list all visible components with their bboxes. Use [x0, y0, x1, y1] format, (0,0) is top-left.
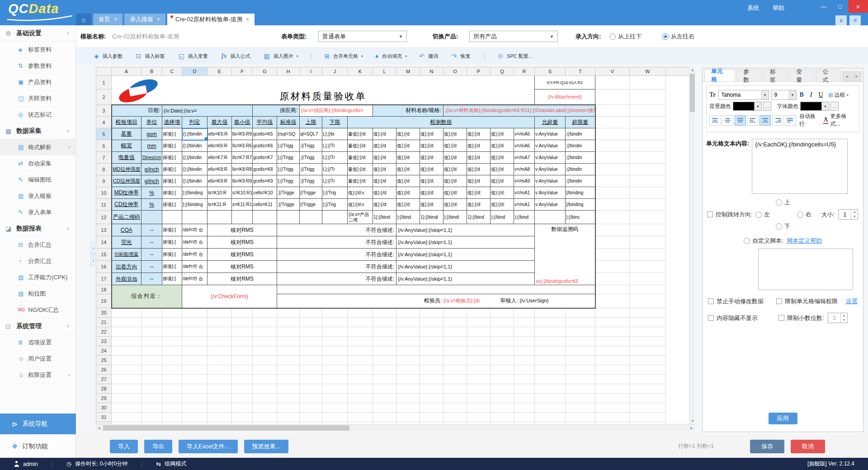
sheet-cell[interactable]: 择项};{: [162, 175, 182, 187]
sheet-cell[interactable]: 检验项目: [112, 117, 142, 128]
sheet-cell[interactable]: [666, 308, 689, 318]
sheet-cell[interactable]: [277, 403, 300, 413]
sheet-cell[interactable]: [595, 308, 630, 318]
sheet-cell[interactable]: [514, 394, 535, 403]
sheet-cell[interactable]: [373, 327, 396, 337]
insert-param-button[interactable]: ◈插入参数: [94, 52, 124, 60]
sheet-cell[interactable]: [322, 384, 348, 394]
sheet-cell[interactable]: [595, 375, 630, 384]
sheet-cell[interactable]: [595, 128, 630, 140]
sheet-cell[interactable]: [300, 346, 322, 356]
sheet-cell[interactable]: [666, 140, 689, 152]
sheet-cell[interactable]: 值};{/d: [443, 140, 467, 152]
sheet-cell[interactable]: [162, 211, 182, 224]
signature-cell[interactable]: 检验员: {/a:v=检验员};{/b 审核人: {/v:UserSign}: [277, 294, 595, 308]
sheet-cell[interactable]: [630, 273, 666, 285]
sidebar-item-edit-drawing[interactable]: ✎编辑图纸: [0, 172, 75, 188]
sheet-cell[interactable]: [373, 394, 396, 403]
sheet-cell[interactable]: };{/Trigg: [277, 152, 300, 164]
sheet-cell[interactable]: 不符合描述:: [277, 273, 396, 285]
sheet-cell[interactable]: [443, 375, 467, 384]
sheet-cell[interactable]: {/sql=SQ: [277, 128, 300, 140]
auto-fill-button[interactable]: ♦自动填充▾: [375, 52, 407, 60]
sheet-cell[interactable]: lls=K6:R6: [232, 140, 253, 152]
sheet-cell[interactable]: [630, 211, 666, 224]
align-center-button[interactable]: [760, 115, 771, 126]
sheet-cell[interactable]: 允超量: [535, 117, 566, 128]
sheet-cell[interactable]: [112, 327, 142, 337]
sheet-cell[interactable]: [566, 365, 595, 375]
sheet-cell[interactable]: [666, 236, 689, 249]
collapse-icon[interactable]: ∧: [66, 30, 70, 36]
sheet-cell[interactable]: 不符合描述:: [277, 261, 396, 273]
sheet-cell[interactable]: [514, 365, 535, 375]
sheet-cell[interactable]: 值};{/d:: [467, 199, 491, 211]
verdict-value-cell[interactable]: {/v:CheckForm}: [182, 285, 277, 308]
insert-formula-button[interactable]: fx插入公式: [222, 52, 252, 60]
sheet-cell[interactable]: [443, 403, 467, 413]
column-header[interactable]: V: [595, 67, 630, 76]
jump-down-option[interactable]: 下: [703, 222, 863, 230]
sheet-cell[interactable]: [595, 211, 630, 224]
sheet-cell[interactable]: [142, 394, 162, 403]
sheet-cell[interactable]: 值};{/d: [491, 175, 514, 187]
sheet-cell[interactable]: [630, 294, 666, 308]
sheet-cell[interactable]: --: [142, 261, 162, 273]
sheet-cell[interactable]: [277, 375, 300, 384]
sheet-cell[interactable]: [208, 211, 232, 224]
sheet-cell[interactable]: [373, 384, 396, 394]
sheet-cell[interactable]: [666, 117, 689, 128]
sheet-cell[interactable]: [112, 356, 142, 365]
sheet-cell[interactable]: [595, 365, 630, 375]
sheet-cell[interactable]: gcells=K5: [253, 128, 277, 140]
sheet-cell[interactable]: 值};{/d:: [373, 187, 396, 199]
sheet-cell[interactable]: [630, 337, 666, 346]
sheet-cell[interactable]: [300, 403, 322, 413]
cancel-button[interactable]: 取消: [791, 440, 825, 453]
align-right-button[interactable]: [772, 115, 783, 126]
sheet-cell[interactable]: [514, 308, 535, 318]
close-button[interactable]: ×: [848, 0, 868, 13]
tab-close-icon[interactable]: ×: [246, 16, 249, 23]
sheet-cell[interactable]: ql=SQL7: [300, 128, 322, 140]
valign-bottom-button[interactable]: [735, 115, 746, 126]
sheet-cell[interactable]: [322, 211, 348, 224]
sheet-cell[interactable]: [595, 199, 630, 211]
sheet-cell[interactable]: [666, 346, 689, 356]
sheet-cell[interactable]: [666, 327, 689, 337]
sheet-cell[interactable]: [630, 413, 666, 422]
sheet-cell[interactable]: [666, 261, 689, 273]
sheet-cell[interactable]: [322, 403, 348, 413]
sheet-cell[interactable]: [467, 356, 491, 365]
sheet-cell[interactable]: L};{/Tr: [322, 152, 348, 164]
sheet-cell[interactable]: [232, 394, 253, 403]
sheet-cell[interactable]: [630, 187, 666, 199]
scroll-up-icon[interactable]: ▲: [691, 68, 694, 72]
sheet-cell[interactable]: [535, 356, 566, 365]
restore-button[interactable]: □: [832, 0, 848, 13]
sheet-cell[interactable]: [232, 327, 253, 337]
sheet-cell[interactable]: 荧光: [112, 236, 142, 249]
sheet-cell[interactable]: [443, 365, 467, 375]
sheet-cell[interactable]: [142, 211, 162, 224]
sheet-cell[interactable]: 择项};{: [162, 261, 182, 273]
sheet-cell[interactable]: g/inch: [142, 164, 162, 175]
sidebar-item-product-data[interactable]: ▣产品资料: [0, 74, 75, 90]
sheet-cell[interactable]: [535, 375, 566, 384]
tab-entry-template[interactable]: 录入模板 ×: [124, 14, 165, 25]
sheet-cell[interactable]: cells=K10: [253, 187, 277, 199]
sheet-cell[interactable]: [142, 375, 162, 384]
section-system-management[interactable]: ⊡系统管理∧: [0, 318, 75, 334]
sidebar-item-user-settings[interactable]: ☺用户设置: [0, 351, 75, 367]
sheet-cell[interactable]: [182, 318, 208, 327]
sheet-cell[interactable]: 核对RMS: [208, 249, 277, 261]
bg-color-more-button[interactable]: …: [763, 102, 771, 111]
row-header[interactable]: 31: [96, 413, 112, 422]
sheet-cell[interactable]: 值};{/d: [467, 164, 491, 175]
sheet-cell[interactable]: [566, 327, 595, 337]
sheet-cell[interactable]: [666, 384, 689, 394]
scroll-left-icon[interactable]: ◄: [97, 426, 101, 430]
sheet-cell[interactable]: v:AnyValue: [535, 199, 566, 211]
sidebar-item-option-settings[interactable]: ≣选项设置: [0, 334, 75, 351]
sheet-cell[interactable]: [396, 384, 420, 394]
